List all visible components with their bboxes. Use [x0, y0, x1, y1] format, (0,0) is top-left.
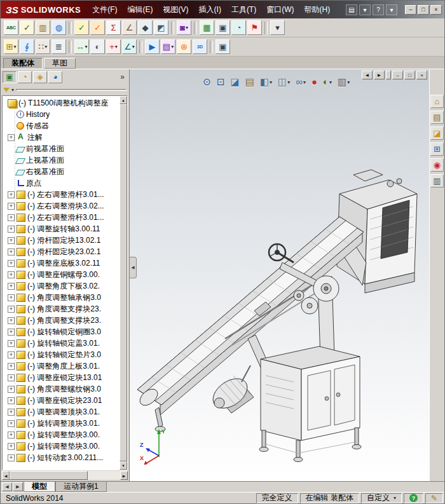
- tree-item[interactable]: + (-) 旋转调整顶块3.01.: [4, 418, 119, 429]
- tree-item[interactable]: + (-) 调整旋转轴3.00.11: [4, 223, 119, 235]
- scroll-down-icon[interactable]: ▼: [120, 461, 127, 470]
- exploded-view-button[interactable]: ⊛ ▾: [177, 39, 191, 54]
- simulation-button[interactable]: ▦ ▾: [200, 20, 214, 35]
- tree-item[interactable]: + (-) 滑杆固定块13.02.1: [4, 235, 119, 246]
- tree-item[interactable]: + (-) 旋转轴锁定盖3.01.: [4, 337, 119, 349]
- show-hidden-components-button[interactable]: ◐ ▾: [90, 39, 105, 54]
- tree-item[interactable]: + (-) 旋转调整垫块3.00.: [4, 440, 119, 452]
- menu-item[interactable]: 文件(F): [87, 1, 122, 18]
- tree-item[interactable]: + 原点: [4, 177, 119, 189]
- tree-item[interactable]: + (-) 旋转轴锁定铜圈3.0: [4, 326, 119, 337]
- toolbar-separator[interactable]: ▾: [210, 41, 213, 53]
- dropdown-arrow-icon[interactable]: ▾: [132, 44, 135, 50]
- new-window-button[interactable]: ▣ ▾: [216, 20, 230, 35]
- menu-item[interactable]: 窗口(W): [261, 1, 299, 18]
- tree-item[interactable]: + (-) 角度调整轴承钢3.0: [4, 292, 119, 303]
- next-document-button[interactable]: ►: [374, 71, 385, 79]
- expand-toggle[interactable]: +: [8, 214, 15, 221]
- document-tab[interactable]: 运动算例1: [55, 482, 107, 492]
- expand-toggle[interactable]: +: [8, 294, 15, 301]
- tree-item[interactable]: + (-) 角度调整支撑块23.: [4, 315, 119, 326]
- instant3d-button[interactable]: 3D ▾: [193, 39, 207, 54]
- appearances-scenes-button[interactable]: ◉: [430, 158, 444, 172]
- tree-item[interactable]: + (-) 调整调整顶块3.01.: [4, 406, 119, 418]
- spacer[interactable]: [386, 71, 391, 79]
- scrollbar-thumb[interactable]: [10, 471, 88, 480]
- expand-toggle[interactable]: +: [8, 351, 15, 358]
- menu-item[interactable]: 编辑(E): [123, 1, 158, 18]
- zoom-to-fit-button[interactable]: ⊙ ▾: [202, 76, 212, 88]
- configurationmanager-tab[interactable]: ◈: [33, 71, 47, 83]
- expand-toggle[interactable]: +: [8, 340, 15, 347]
- tab-scroll-right-button[interactable]: ▶: [13, 482, 23, 491]
- help-segment[interactable]: ?: [404, 493, 423, 503]
- 3d-drawing-view-button[interactable]: ▤ ▾: [244, 76, 256, 88]
- filter-dropdown-icon[interactable]: ▾: [11, 87, 14, 93]
- apply-scene-button[interactable]: ◐ ▾: [322, 76, 333, 88]
- new-motion-study-button[interactable]: ▶ ▾: [145, 39, 160, 54]
- tree-item[interactable]: + (-) 短转动套3.00.211...: [4, 452, 119, 463]
- scroll-left-icon[interactable]: ◀: [2, 471, 10, 480]
- check-feature-button[interactable]: ✓ ▾: [90, 20, 105, 35]
- new-document-dropdown[interactable]: ▾: [359, 4, 371, 15]
- view-settings-button[interactable]: ▥ ▾: [336, 76, 351, 88]
- tree-item[interactable]: + (-) 旋转调整垫块3.00.: [4, 429, 119, 440]
- view-palette-button[interactable]: ⊞: [430, 142, 444, 156]
- dropdown-arrow-icon[interactable]: ▾: [329, 79, 332, 85]
- edit-appearance-button[interactable]: ● ▾: [310, 76, 318, 88]
- assembly-features-button[interactable]: + ▾: [106, 39, 121, 54]
- menu-item[interactable]: 帮助(H): [299, 1, 336, 18]
- expand-toggle[interactable]: +: [8, 134, 15, 141]
- tree-item[interactable]: + (-) 左右调整滑杆3.01...: [4, 212, 119, 223]
- expand-toggle[interactable]: +: [8, 363, 15, 370]
- expand-toggle[interactable]: +: [8, 386, 15, 393]
- expand-toggle[interactable]: +: [8, 271, 15, 278]
- mate-button[interactable]: ∮ ▾: [20, 39, 34, 54]
- dropdown-arrow-icon[interactable]: ▾: [13, 44, 16, 50]
- units-dropdown[interactable]: 自定义 ▾: [361, 493, 402, 503]
- expand-toggle[interactable]: +: [8, 432, 15, 439]
- featuremanager-tree-tab[interactable]: ▣: [3, 71, 17, 83]
- move-component-button[interactable]: ↔ ▾: [74, 39, 89, 54]
- tree-vertical-scrollbar[interactable]: ▲ ▼: [120, 96, 127, 470]
- markup-flag-button[interactable]: ⚑ ▾: [247, 20, 262, 35]
- dropdown-arrow-icon[interactable]: ▾: [270, 79, 272, 85]
- dropdown-arrow-icon[interactable]: ▾: [186, 25, 188, 31]
- scroll-right-icon[interactable]: ▶: [120, 471, 128, 480]
- doc-restore-button[interactable]: □: [404, 71, 415, 79]
- view-orientation-button[interactable]: ◧ ▾: [259, 76, 273, 88]
- expand-toggle[interactable]: +: [8, 374, 15, 381]
- panel-splitter-groove[interactable]: [16, 89, 127, 91]
- toolbar-separator[interactable]: ▾: [69, 22, 72, 34]
- insert-components-button[interactable]: ⊞ ▾: [4, 39, 18, 54]
- section-view-button[interactable]: ◪ ▾: [229, 76, 240, 88]
- tree-root-item[interactable]: (-) T11500i调整机构调整座: [4, 97, 119, 109]
- dropdown-arrow-icon[interactable]: ▾: [44, 44, 47, 50]
- 3d-content-central-button[interactable]: ◍ ▾: [51, 20, 66, 35]
- tree-item[interactable]: + 上视基准面: [4, 154, 119, 166]
- toolbar-separator[interactable]: ▾: [139, 41, 142, 53]
- measure-button[interactable]: ∠ ▾: [122, 20, 137, 35]
- tree-item[interactable]: + 传感器: [4, 120, 119, 132]
- verification-button[interactable]: ✓ ▾: [74, 20, 89, 35]
- scrollbar-thumb[interactable]: [120, 104, 127, 461]
- commandmanager-tab[interactable]: 装配体: [3, 58, 43, 69]
- tree-item[interactable]: + (-) 旋转轴锁定垫片3.0: [4, 349, 119, 360]
- previous-document-button[interactable]: ◄: [362, 71, 373, 79]
- tree-item[interactable]: + 右视基准面: [4, 166, 119, 177]
- menu-item[interactable]: 视图(V): [158, 1, 194, 18]
- dropdown-arrow-icon[interactable]: ▾: [171, 44, 174, 50]
- close-button[interactable]: ×: [430, 5, 442, 15]
- toolbar-options-button[interactable]: ▾ ▾: [270, 20, 285, 35]
- toolbar-separator[interactable]: ▾: [69, 41, 72, 53]
- equations-button[interactable]: Σ ▾: [106, 20, 121, 35]
- expand-toggle[interactable]: +: [8, 249, 15, 255]
- toolbar-separator[interactable]: ▾: [264, 22, 268, 34]
- minimize-button[interactable]: –: [405, 5, 416, 15]
- tree-item[interactable]: + 注解: [4, 132, 119, 143]
- reference-geometry-button[interactable]: ∠ ▾: [122, 39, 137, 54]
- help-menu-button[interactable]: ?: [373, 4, 384, 15]
- compare-documents-button[interactable]: ▥ ▾: [36, 20, 50, 35]
- tree-item[interactable]: + (-) 左右调整滑杆3.01...: [4, 189, 119, 200]
- tree-item[interactable]: + (-) 角度调整螺纹钢3.0: [4, 383, 119, 395]
